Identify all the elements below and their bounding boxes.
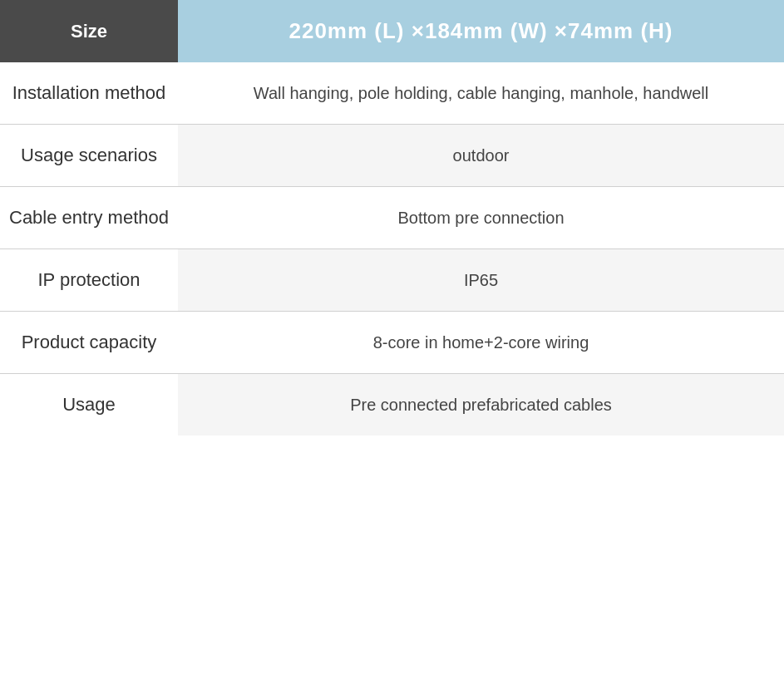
row-value-cable-entry-method: Bottom pre connection	[178, 187, 784, 248]
table-row-usage: UsagePre connected prefabricated cables	[0, 374, 784, 435]
row-label-cable-entry-method: Cable entry method	[0, 187, 178, 248]
row-label-usage-scenarios: Usage scenarios	[0, 125, 178, 186]
header-size-label: Size	[0, 0, 178, 62]
row-value-usage: Pre connected prefabricated cables	[178, 374, 784, 435]
row-value-usage-scenarios: outdoor	[178, 125, 784, 186]
size-value-text: 220mm (L) ×184mm (W) ×74mm (H)	[288, 18, 673, 44]
header-row: Size 220mm (L) ×184mm (W) ×74mm (H)	[0, 0, 784, 62]
table-row-installation-method: Installation methodWall hanging, pole ho…	[0, 62, 784, 125]
table-row-ip-protection: IP protectionIP65	[0, 249, 784, 312]
header-size-value: 220mm (L) ×184mm (W) ×74mm (H)	[178, 0, 784, 62]
row-value-ip-protection: IP65	[178, 249, 784, 311]
spec-table: Size 220mm (L) ×184mm (W) ×74mm (H) Inst…	[0, 0, 784, 435]
row-value-product-capacity: 8-core in home+2-core wiring	[178, 312, 784, 373]
row-value-installation-method: Wall hanging, pole holding, cable hangin…	[178, 62, 784, 124]
table-row-product-capacity: Product capacity8-core in home+2-core wi…	[0, 312, 784, 374]
row-label-installation-method: Installation method	[0, 62, 178, 124]
table-row-cable-entry-method: Cable entry methodBottom pre connection	[0, 187, 784, 249]
size-label-text: Size	[71, 21, 107, 42]
rows-container: Installation methodWall hanging, pole ho…	[0, 62, 784, 435]
row-label-ip-protection: IP protection	[0, 249, 178, 311]
row-label-product-capacity: Product capacity	[0, 312, 178, 373]
row-label-usage: Usage	[0, 374, 178, 435]
table-row-usage-scenarios: Usage scenariosoutdoor	[0, 125, 784, 187]
